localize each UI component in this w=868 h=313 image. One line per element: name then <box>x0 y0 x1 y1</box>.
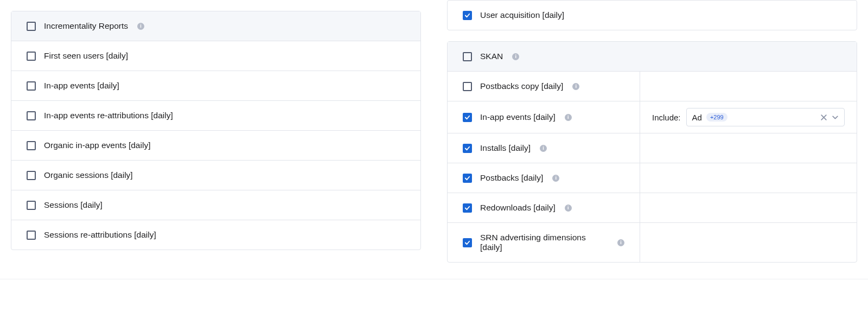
list-item: In-app events [daily] <box>11 71 420 101</box>
row-main: Sessions re-attributions [daily] <box>11 220 420 250</box>
row-main: Organic sessions [daily] <box>11 161 420 190</box>
info-icon[interactable]: i <box>572 83 579 90</box>
incrementality-rows: First seen users [daily]In-app events [d… <box>11 41 420 250</box>
group-label-incrementality: Incrementality Reports <box>44 21 128 31</box>
row-checkbox[interactable] <box>463 144 472 153</box>
row-main: First seen users [daily] <box>11 41 420 71</box>
row-label: In-app events [daily] <box>44 81 119 91</box>
info-icon[interactable]: i <box>540 145 547 152</box>
skan-panel: SKAN i Postbacks copy [daily]iIn-app eve… <box>447 41 857 263</box>
row-checkbox[interactable] <box>463 238 472 247</box>
chevron-down-icon[interactable] <box>832 114 839 121</box>
row-checkbox[interactable] <box>27 111 36 120</box>
row-main: SRN advertising dimensions [daily]i <box>448 223 640 262</box>
select-value: Ad <box>692 113 702 122</box>
list-item: First seen users [daily] <box>11 41 420 71</box>
list-item: Postbacks [daily]i <box>448 163 857 193</box>
info-icon[interactable]: i <box>137 23 144 30</box>
row-main: In-app events [daily] <box>11 71 420 100</box>
list-item: In-app events re-attributions [daily] <box>11 101 420 131</box>
row-main: Installs [daily]i <box>448 133 640 163</box>
row-main: In-app events [daily]i <box>448 101 640 133</box>
row-label: User acquisition [daily] <box>480 10 564 20</box>
row-main: Postbacks [daily]i <box>448 163 640 193</box>
row-checkbox[interactable] <box>27 52 36 61</box>
row-main: Postbacks copy [daily]i <box>448 72 640 101</box>
row-checkbox[interactable] <box>463 82 472 91</box>
divider <box>0 279 868 279</box>
list-item: Postbacks copy [daily]i <box>448 72 857 101</box>
row-checkbox[interactable] <box>463 11 472 20</box>
list-item: Sessions [daily] <box>11 190 420 220</box>
row-label: Postbacks copy [daily] <box>480 81 563 91</box>
row-config <box>640 163 857 193</box>
row-checkbox[interactable] <box>463 174 472 183</box>
info-icon[interactable]: i <box>565 114 572 121</box>
row-label: SRN advertising dimensions [daily] <box>480 233 608 252</box>
row-config: Include:Ad+299 <box>640 101 857 133</box>
top-right-panel: User acquisition [daily] <box>447 0 857 30</box>
include-select[interactable]: Ad+299 <box>686 108 845 126</box>
row-main: Organic in-app events [daily] <box>11 131 420 160</box>
group-header-skan: SKAN i <box>448 42 857 72</box>
row-main: In-app events re-attributions [daily] <box>11 101 420 130</box>
count-pill: +299 <box>706 113 727 122</box>
row-label: Redownloads [daily] <box>480 203 556 213</box>
row-label: Installs [daily] <box>480 143 531 153</box>
info-icon[interactable]: i <box>512 53 519 60</box>
row-label: Sessions re-attributions [daily] <box>44 230 156 240</box>
incrementality-reports-panel: Incrementality Reports i First seen user… <box>11 11 421 250</box>
list-item: Organic sessions [daily] <box>11 161 420 190</box>
row-label: First seen users [daily] <box>44 51 128 61</box>
row-checkbox[interactable] <box>27 231 36 240</box>
group-checkbox-incrementality[interactable] <box>27 22 36 31</box>
row-config <box>640 193 857 222</box>
row-label: Postbacks [daily] <box>480 173 543 183</box>
group-checkbox-skan[interactable] <box>463 52 472 61</box>
include-label: Include: <box>652 113 681 122</box>
info-icon[interactable]: i <box>617 239 624 246</box>
row-label: Sessions [daily] <box>44 200 103 210</box>
top-right-rows: User acquisition [daily] <box>448 1 857 30</box>
row-main: Redownloads [daily]i <box>448 193 640 222</box>
clear-icon[interactable] <box>820 114 827 121</box>
row-main: Sessions [daily] <box>11 190 420 220</box>
row-main: User acquisition [daily] <box>448 1 857 30</box>
list-item: Sessions re-attributions [daily] <box>11 220 420 250</box>
row-label: Organic in-app events [daily] <box>44 140 150 150</box>
info-icon[interactable]: i <box>565 205 572 212</box>
row-label: In-app events re-attributions [daily] <box>44 111 173 120</box>
row-config <box>640 133 857 163</box>
list-item: Organic in-app events [daily] <box>11 131 420 161</box>
list-item: Installs [daily]i <box>448 133 857 163</box>
list-item: SRN advertising dimensions [daily]i <box>448 223 857 262</box>
group-label-skan: SKAN <box>480 52 503 61</box>
row-checkbox[interactable] <box>27 81 36 91</box>
group-header-incrementality: Incrementality Reports i <box>11 11 420 41</box>
row-checkbox[interactable] <box>27 201 36 210</box>
list-item: User acquisition [daily] <box>448 1 857 30</box>
list-item: In-app events [daily]iInclude:Ad+299 <box>448 101 857 133</box>
info-icon[interactable]: i <box>552 175 559 182</box>
row-checkbox[interactable] <box>463 113 472 122</box>
row-checkbox[interactable] <box>463 203 472 213</box>
row-checkbox[interactable] <box>27 171 36 180</box>
row-config <box>640 72 857 101</box>
row-label: In-app events [daily] <box>480 112 556 122</box>
row-checkbox[interactable] <box>27 141 36 150</box>
row-config <box>640 223 857 262</box>
row-label: Organic sessions [daily] <box>44 170 133 180</box>
skan-rows: Postbacks copy [daily]iIn-app events [da… <box>448 72 857 262</box>
list-item: Redownloads [daily]i <box>448 193 857 223</box>
